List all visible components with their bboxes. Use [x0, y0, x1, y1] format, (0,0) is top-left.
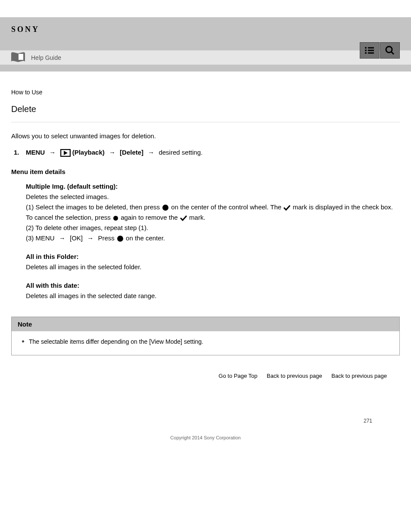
- arrow-icon: →: [87, 234, 93, 242]
- option-all-folder: All in this Folder: Deletes all images i…: [26, 253, 400, 272]
- menu-items-heading: Menu item details: [11, 167, 400, 177]
- header-bar: SONY: [0, 17, 411, 50]
- center-button-icon: [162, 205, 168, 211]
- step1-playback-label: (Playback): [72, 149, 105, 156]
- step-1: MENU → (Playback) → [Delete] → desired s…: [11, 147, 400, 158]
- arrow-icon: →: [59, 234, 65, 242]
- option-multiple-term: Multiple Img. (default setting):: [26, 183, 400, 190]
- arrow-icon: →: [109, 149, 115, 156]
- intro-text: Allows you to select unwanted images for…: [11, 131, 400, 141]
- link-back-1[interactable]: Back to previous page: [267, 373, 322, 379]
- option-multiple: Multiple Img. (default setting): Deletes…: [26, 183, 400, 243]
- search-icon: [385, 46, 395, 55]
- option-all-folder-desc: Deletes all images in the selected folde…: [26, 262, 400, 272]
- svg-rect-8: [19, 54, 23, 60]
- note-item: The selectable items differ depending on…: [29, 337, 392, 346]
- copyright: Copyright 2014 Sony Corporation: [0, 435, 411, 449]
- brand-logo: SONY: [11, 25, 40, 34]
- option-multiple-desc1: Deletes the selected images.: [26, 192, 400, 202]
- svg-marker-10: [64, 151, 68, 155]
- svg-line-7: [391, 52, 394, 54]
- step1-tail: desired setting.: [159, 149, 202, 156]
- note-box: Note The selectable items differ dependi…: [11, 317, 400, 355]
- menu-button[interactable]: [360, 42, 380, 59]
- list-icon: [364, 47, 375, 54]
- check-icon: [180, 215, 187, 221]
- option-multiple-desc3: (2) To delete other images, repeat step …: [26, 223, 400, 233]
- option-multiple-desc4: (3) MENU → [OK] → Press on the center.: [26, 233, 400, 243]
- step1-delete: [Delete]: [120, 149, 143, 156]
- playback-icon: [60, 149, 71, 157]
- arrow-icon: →: [148, 149, 154, 156]
- svg-rect-5: [368, 53, 374, 54]
- svg-point-2: [365, 50, 367, 51]
- option-all-date-term: All with this date:: [26, 282, 400, 289]
- link-page-top[interactable]: Go to Page Top: [218, 373, 257, 379]
- svg-point-4: [365, 52, 367, 54]
- help-guide-icon: [8, 52, 28, 63]
- link-back-2[interactable]: Back to previous page: [331, 373, 387, 379]
- arrow-icon: →: [49, 149, 56, 156]
- option-all-date-desc: Deletes all images in the selected date …: [26, 291, 400, 301]
- check-icon: [283, 204, 291, 211]
- svg-point-0: [365, 47, 367, 49]
- svg-point-6: [386, 47, 392, 53]
- center-button-icon: [113, 216, 118, 221]
- footer-links: Go to Page Top Back to previous page Bac…: [11, 373, 400, 379]
- page-title: Delete: [11, 104, 400, 114]
- option-all-folder-term: All in this Folder:: [26, 253, 400, 260]
- page-number: 271: [0, 418, 411, 424]
- option-all-date: All with this date: Deletes all images i…: [26, 282, 400, 301]
- breadcrumb: How to Use: [11, 89, 400, 96]
- note-heading: Note: [12, 317, 399, 331]
- subheader-title: Help Guide: [31, 54, 61, 61]
- option-multiple-desc2: (1) Select the images to be deleted, the…: [26, 202, 400, 223]
- search-button[interactable]: [380, 42, 400, 59]
- svg-rect-3: [368, 50, 374, 51]
- title-divider: [11, 122, 400, 122]
- subheader: Help Guide: [0, 50, 411, 65]
- step1-menu: MENU: [26, 149, 45, 156]
- svg-rect-1: [368, 47, 374, 49]
- divider-bar: [0, 65, 411, 72]
- center-button-icon: [117, 236, 123, 242]
